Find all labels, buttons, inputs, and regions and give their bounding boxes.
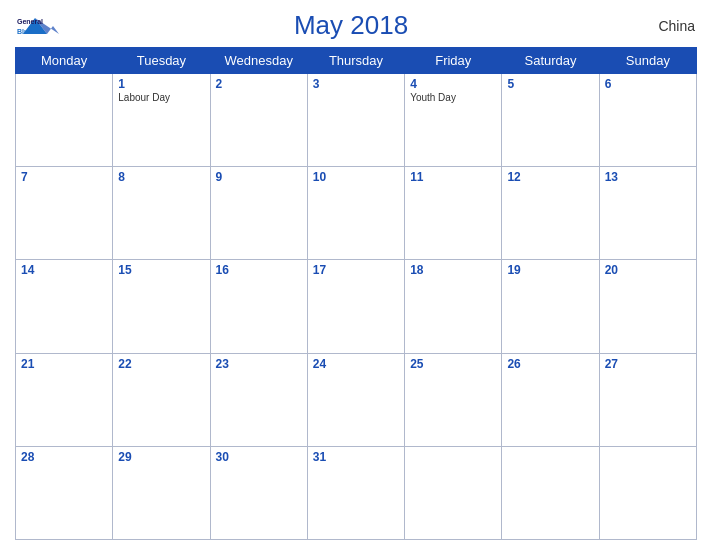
calendar-cell: 30 <box>210 446 307 539</box>
day-number: 15 <box>118 263 204 277</box>
header-monday: Monday <box>16 48 113 74</box>
header-wednesday: Wednesday <box>210 48 307 74</box>
calendar-cell: 27 <box>599 353 696 446</box>
calendar-cell: 11 <box>405 167 502 260</box>
calendar-body: 1Labour Day234Youth Day56789101112131415… <box>16 74 697 540</box>
calendar-cell: 28 <box>16 446 113 539</box>
calendar-cell: 1Labour Day <box>113 74 210 167</box>
calendar-header: General Blue May 2018 China <box>15 10 697 41</box>
calendar-cell: 29 <box>113 446 210 539</box>
day-number: 13 <box>605 170 691 184</box>
calendar-cell: 14 <box>16 260 113 353</box>
day-number: 5 <box>507 77 593 91</box>
calendar-week-row: 78910111213 <box>16 167 697 260</box>
day-number: 18 <box>410 263 496 277</box>
day-number: 12 <box>507 170 593 184</box>
calendar-cell: 25 <box>405 353 502 446</box>
calendar-cell: 12 <box>502 167 599 260</box>
day-number: 31 <box>313 450 399 464</box>
svg-text:General: General <box>17 18 43 25</box>
day-number: 10 <box>313 170 399 184</box>
day-number: 2 <box>216 77 302 91</box>
day-number: 21 <box>21 357 107 371</box>
day-number: 23 <box>216 357 302 371</box>
calendar-cell: 15 <box>113 260 210 353</box>
day-number: 3 <box>313 77 399 91</box>
day-number: 16 <box>216 263 302 277</box>
day-number: 30 <box>216 450 302 464</box>
day-number: 27 <box>605 357 691 371</box>
header-saturday: Saturday <box>502 48 599 74</box>
calendar-cell: 13 <box>599 167 696 260</box>
calendar-title: May 2018 <box>67 10 635 41</box>
day-number: 9 <box>216 170 302 184</box>
calendar-cell: 4Youth Day <box>405 74 502 167</box>
calendar-week-row: 28293031 <box>16 446 697 539</box>
calendar-cell: 17 <box>307 260 404 353</box>
calendar-cell: 26 <box>502 353 599 446</box>
day-number: 4 <box>410 77 496 91</box>
calendar-cell <box>502 446 599 539</box>
calendar-cell: 2 <box>210 74 307 167</box>
calendar-cell <box>599 446 696 539</box>
day-number: 7 <box>21 170 107 184</box>
calendar-cell: 21 <box>16 353 113 446</box>
calendar-cell: 3 <box>307 74 404 167</box>
calendar-cell: 23 <box>210 353 307 446</box>
day-number: 20 <box>605 263 691 277</box>
calendar-cell: 24 <box>307 353 404 446</box>
day-number: 8 <box>118 170 204 184</box>
header-tuesday: Tuesday <box>113 48 210 74</box>
day-number: 19 <box>507 263 593 277</box>
day-number: 25 <box>410 357 496 371</box>
logo: General Blue <box>17 12 67 40</box>
calendar-cell: 22 <box>113 353 210 446</box>
calendar-cell: 9 <box>210 167 307 260</box>
day-number: 14 <box>21 263 107 277</box>
calendar-cell: 31 <box>307 446 404 539</box>
day-number: 11 <box>410 170 496 184</box>
svg-text:Blue: Blue <box>17 28 32 35</box>
calendar-cell: 16 <box>210 260 307 353</box>
day-number: 26 <box>507 357 593 371</box>
calendar-cell: 20 <box>599 260 696 353</box>
calendar-cell: 18 <box>405 260 502 353</box>
calendar-cell: 7 <box>16 167 113 260</box>
calendar-cell <box>16 74 113 167</box>
calendar-week-row: 21222324252627 <box>16 353 697 446</box>
calendar-week-row: 1Labour Day234Youth Day56 <box>16 74 697 167</box>
day-number: 28 <box>21 450 107 464</box>
calendar-cell <box>405 446 502 539</box>
header-thursday: Thursday <box>307 48 404 74</box>
day-number: 1 <box>118 77 204 91</box>
day-number: 22 <box>118 357 204 371</box>
calendar-cell: 5 <box>502 74 599 167</box>
calendar-cell: 19 <box>502 260 599 353</box>
day-number: 29 <box>118 450 204 464</box>
header-sunday: Sunday <box>599 48 696 74</box>
calendar-page: General Blue May 2018 China Monday Tuesd… <box>0 0 712 550</box>
calendar-cell: 8 <box>113 167 210 260</box>
header-friday: Friday <box>405 48 502 74</box>
holiday-label: Youth Day <box>410 92 496 103</box>
holiday-label: Labour Day <box>118 92 204 103</box>
calendar-cell: 6 <box>599 74 696 167</box>
weekday-header-row: Monday Tuesday Wednesday Thursday Friday… <box>16 48 697 74</box>
day-number: 24 <box>313 357 399 371</box>
day-number: 17 <box>313 263 399 277</box>
calendar-table: Monday Tuesday Wednesday Thursday Friday… <box>15 47 697 540</box>
day-number: 6 <box>605 77 691 91</box>
country-label: China <box>635 18 695 34</box>
calendar-week-row: 14151617181920 <box>16 260 697 353</box>
calendar-cell: 10 <box>307 167 404 260</box>
